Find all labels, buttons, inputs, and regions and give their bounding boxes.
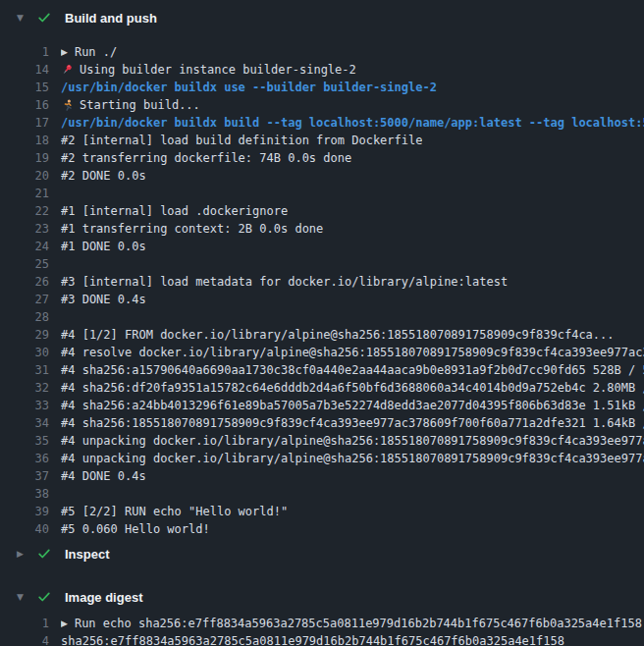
line-number[interactable]: 28 bbox=[0, 308, 49, 326]
line-number[interactable]: 34 bbox=[0, 414, 49, 432]
log-line[interactable]: 1 ▶ Run echo sha256:e7ff8834a5963a2785c5… bbox=[0, 615, 644, 632]
log-text: #5 [2/2] RUN echo "Hello world!" bbox=[61, 503, 288, 520]
line-number[interactable]: 37 bbox=[0, 467, 49, 485]
line-content: ▶ Run echo sha256:e7ff8834a5963a2785c5a0… bbox=[61, 615, 642, 632]
line-content: #4 sha256:a15790640a6690aa1730c38cf0a440… bbox=[61, 361, 644, 379]
line-number[interactable]: 35 bbox=[0, 432, 49, 450]
line-number[interactable]: 18 bbox=[0, 132, 49, 149]
line-number[interactable]: 23 bbox=[0, 220, 49, 238]
log-text: #4 sha256:185518070891758909c9f839cf4ca3… bbox=[61, 414, 644, 432]
line-number[interactable]: 36 bbox=[0, 450, 49, 467]
line-content: Using builder instance builder-single-2 bbox=[61, 61, 356, 79]
line-number[interactable]: 25 bbox=[0, 255, 49, 273]
log-line[interactable]: 33 #4 sha256:a24bb4013296f61e89ba57005a7… bbox=[0, 397, 644, 414]
run-toggle-icon[interactable]: ▶ bbox=[61, 43, 68, 61]
line-content: ▶ Run ./ bbox=[61, 43, 117, 61]
section-header[interactable]: ▼ Image digest bbox=[0, 585, 644, 609]
line-number[interactable]: 27 bbox=[0, 291, 49, 308]
line-number[interactable]: 1 bbox=[0, 43, 49, 61]
log-text: #3 [internal] load metadata for docker.i… bbox=[61, 273, 508, 291]
log-line[interactable]: 22 #1 [internal] load .dockerignore bbox=[0, 202, 644, 220]
line-content: #5 0.060 Hello world! bbox=[61, 520, 210, 538]
line-number[interactable]: 17 bbox=[0, 114, 49, 132]
log-line[interactable]: 27 #3 DONE 0.4s bbox=[0, 291, 644, 308]
line-number[interactable]: 29 bbox=[0, 326, 49, 344]
log-text: #1 [internal] load .dockerignore bbox=[61, 202, 288, 220]
log-text: Run echo sha256:e7ff8834a5963a2785c5a081… bbox=[75, 615, 642, 632]
chevron-down-icon[interactable]: ▼ bbox=[17, 593, 28, 602]
log-text: /usr/bin/docker buildx use --builder bui… bbox=[61, 79, 437, 96]
log-line[interactable]: 39 #5 [2/2] RUN echo "Hello world!" bbox=[0, 503, 644, 520]
log-line[interactable]: 29 #4 [1/2] FROM docker.io/library/alpin… bbox=[0, 326, 644, 344]
log-line[interactable]: 4 sha256:e7ff8834a5963a2785c5a0811e979d1… bbox=[0, 632, 644, 646]
line-number[interactable]: 15 bbox=[0, 79, 49, 96]
line-number[interactable]: 31 bbox=[0, 361, 49, 379]
line-number[interactable]: 21 bbox=[0, 185, 49, 202]
log-section-inspect: ▶ Inspect bbox=[0, 542, 644, 565]
line-number[interactable]: 22 bbox=[0, 202, 49, 220]
log-line[interactable]: 14 Using builder instance builder-single… bbox=[0, 61, 644, 79]
line-number[interactable]: 24 bbox=[0, 238, 49, 255]
line-number[interactable]: 39 bbox=[0, 503, 49, 520]
line-content: #4 DONE 0.4s bbox=[61, 467, 146, 485]
log-line[interactable]: 17 /usr/bin/docker buildx build --tag lo… bbox=[0, 114, 644, 132]
section-title: Image digest bbox=[65, 590, 142, 605]
log-line[interactable]: 21 bbox=[0, 185, 644, 202]
chevron-down-icon[interactable]: ▼ bbox=[17, 14, 28, 23]
line-content: #5 [2/2] RUN echo "Hello world!" bbox=[61, 503, 288, 520]
line-number[interactable]: 16 bbox=[0, 96, 49, 114]
section-body: 1 ▶ Run ./ 14 Using builder instance bui… bbox=[0, 29, 644, 542]
line-number[interactable]: 1 bbox=[0, 615, 49, 632]
log-line[interactable]: 25 bbox=[0, 255, 644, 273]
log-line[interactable]: 38 bbox=[0, 485, 644, 503]
log-line[interactable]: 31 #4 sha256:a15790640a6690aa1730c38cf0a… bbox=[0, 361, 644, 379]
log-line[interactable]: 40 #5 0.060 Hello world! bbox=[0, 520, 644, 538]
log-line[interactable]: 16 Starting build... bbox=[0, 96, 644, 114]
line-number[interactable]: 4 bbox=[0, 632, 49, 646]
line-number[interactable]: 40 bbox=[0, 520, 49, 538]
log-text: #4 DONE 0.4s bbox=[61, 467, 146, 485]
chevron-right-icon[interactable]: ▶ bbox=[17, 550, 28, 559]
line-number[interactable]: 38 bbox=[0, 485, 49, 503]
log-text: #4 sha256:a24bb4013296f61e89ba57005a7b3e… bbox=[61, 397, 644, 414]
log-line[interactable]: 34 #4 sha256:185518070891758909c9f839cf4… bbox=[0, 414, 644, 432]
log-line[interactable]: 20 #2 DONE 0.0s bbox=[0, 167, 644, 185]
check-icon bbox=[37, 11, 51, 25]
line-content: #4 resolve docker.io/library/alpine@sha2… bbox=[61, 344, 644, 361]
log-line[interactable]: 35 #4 unpacking docker.io/library/alpine… bbox=[0, 432, 644, 450]
log-line[interactable]: 26 #3 [internal] load metadata for docke… bbox=[0, 273, 644, 291]
line-number[interactable]: 14 bbox=[0, 61, 49, 79]
log-line[interactable]: 32 #4 sha256:df20fa9351a15782c64e6dddb2d… bbox=[0, 379, 644, 397]
log-line[interactable]: 28 bbox=[0, 308, 644, 326]
log-text: #4 unpacking docker.io/library/alpine@sh… bbox=[61, 450, 644, 467]
log-line[interactable]: 19 #2 transferring dockerfile: 74B 0.0s … bbox=[0, 149, 644, 167]
line-content: sha256:e7ff8834a5963a2785c5a0811e979d16b… bbox=[61, 632, 564, 646]
line-number[interactable]: 32 bbox=[0, 379, 49, 397]
log-line[interactable]: 18 #2 [internal] load build definition f… bbox=[0, 132, 644, 149]
log-line[interactable]: 36 #4 unpacking docker.io/library/alpine… bbox=[0, 450, 644, 467]
line-content: #2 DONE 0.0s bbox=[61, 167, 146, 185]
log-text: #3 DONE 0.4s bbox=[61, 291, 146, 308]
log-line[interactable]: 1 ▶ Run ./ bbox=[0, 43, 644, 61]
section-header[interactable]: ▶ Inspect bbox=[0, 542, 644, 565]
log-line[interactable]: 15 /usr/bin/docker buildx use --builder … bbox=[0, 79, 644, 96]
run-toggle-icon[interactable]: ▶ bbox=[61, 615, 68, 632]
log-line[interactable]: 23 #1 transferring context: 2B 0.0s done bbox=[0, 220, 644, 238]
log-line[interactable]: 24 #1 DONE 0.0s bbox=[0, 238, 644, 255]
line-number[interactable]: 19 bbox=[0, 149, 49, 167]
check-icon bbox=[37, 590, 51, 604]
line-number[interactable]: 33 bbox=[0, 397, 49, 414]
log-text: #1 DONE 0.0s bbox=[61, 238, 146, 255]
line-number[interactable]: 26 bbox=[0, 273, 49, 291]
line-content: #2 [internal] load build definition from… bbox=[61, 132, 422, 149]
section-title: Inspect bbox=[65, 547, 110, 562]
log-section-build-and-push: ▼ Build and push 1 ▶ Run ./ 14 Using bui… bbox=[0, 6, 644, 542]
line-content: #4 sha256:df20fa9351a15782c64e6dddb2d4a6… bbox=[61, 379, 644, 397]
log-text: #4 sha256:df20fa9351a15782c64e6dddb2d4a6… bbox=[61, 379, 644, 397]
section-header[interactable]: ▼ Build and push bbox=[0, 6, 644, 29]
line-number[interactable]: 20 bbox=[0, 167, 49, 185]
log-line[interactable]: 30 #4 resolve docker.io/library/alpine@s… bbox=[0, 344, 644, 361]
line-number[interactable]: 30 bbox=[0, 344, 49, 361]
log-text: /usr/bin/docker buildx build --tag local… bbox=[61, 114, 644, 132]
log-line[interactable]: 37 #4 DONE 0.4s bbox=[0, 467, 644, 485]
